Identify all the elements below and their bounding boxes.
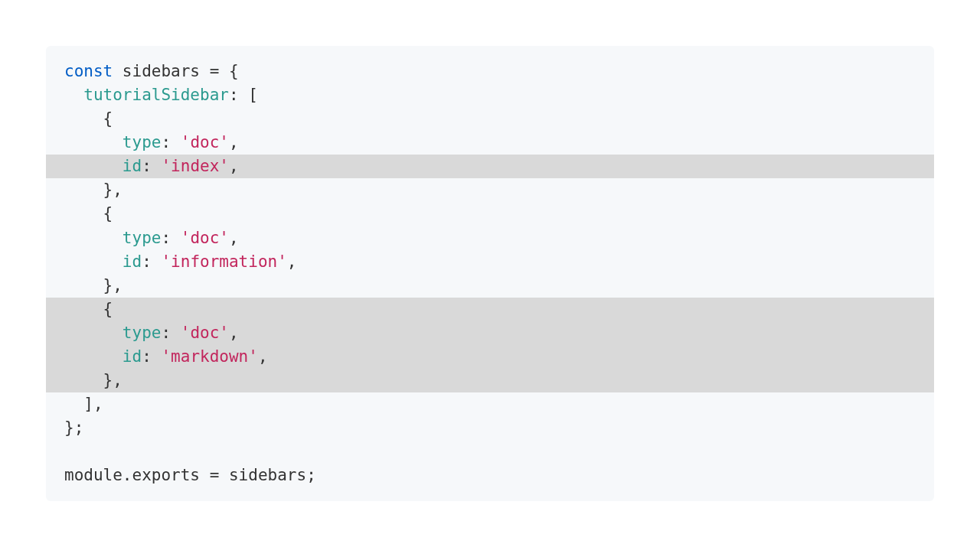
code-token: : <box>142 252 152 271</box>
code-token <box>64 347 122 366</box>
code-line <box>46 440 934 464</box>
code-token <box>64 324 122 342</box>
code-content: const sidebars = { tutorialSidebar: [ { … <box>46 46 934 501</box>
code-block: const sidebars = { tutorialSidebar: [ { … <box>46 46 934 501</box>
code-token: : <box>229 86 239 104</box>
code-line: }; <box>46 416 934 440</box>
code-token: : <box>161 229 171 247</box>
code-token: id <box>122 157 142 175</box>
code-line: module.exports = sidebars; <box>46 464 934 501</box>
code-token: { <box>103 109 113 128</box>
code-line: id: 'index', <box>46 155 934 178</box>
code-line: ], <box>46 392 934 416</box>
code-token: [ <box>248 86 258 104</box>
code-token <box>152 252 162 271</box>
code-token: id <box>122 347 142 366</box>
code-token <box>64 204 103 223</box>
code-line: { <box>46 107 934 131</box>
code-token: type <box>122 324 162 342</box>
code-line: type: 'doc', <box>46 131 934 155</box>
code-token: : <box>161 133 171 151</box>
code-token <box>64 276 103 295</box>
code-line: id: 'markdown', <box>46 345 934 369</box>
code-token: }, <box>103 181 122 199</box>
code-line: type: 'doc', <box>46 226 934 250</box>
code-token <box>64 395 83 413</box>
code-token: , <box>229 133 239 151</box>
code-token <box>64 109 103 128</box>
code-line: const sidebars = { <box>46 46 934 83</box>
code-token <box>239 86 249 104</box>
code-token <box>152 157 162 175</box>
code-token: : <box>142 347 152 366</box>
code-token <box>171 324 181 342</box>
code-token: type <box>122 229 162 247</box>
code-token: , <box>258 347 268 366</box>
code-line: id: 'information', <box>46 250 934 274</box>
code-token <box>64 300 103 318</box>
code-token: 'information' <box>161 252 286 271</box>
code-token: { <box>229 62 239 80</box>
code-token: 'doc' <box>181 133 229 151</box>
code-line: }, <box>46 178 934 202</box>
code-line: { <box>46 298 934 321</box>
code-token <box>64 371 103 389</box>
code-token: module <box>64 466 122 484</box>
code-token: }, <box>103 276 122 295</box>
code-token <box>152 347 162 366</box>
code-token: 'doc' <box>181 324 229 342</box>
code-token <box>64 133 122 151</box>
code-token: { <box>103 204 113 223</box>
code-token: ; <box>306 466 316 484</box>
code-token: sidebars <box>113 62 209 80</box>
code-token <box>171 133 181 151</box>
code-line: type: 'doc', <box>46 321 934 345</box>
code-token: , <box>229 324 239 342</box>
code-token: : <box>142 157 152 175</box>
code-token <box>171 229 181 247</box>
code-token: 'doc' <box>181 229 229 247</box>
code-token: ], <box>83 395 103 413</box>
code-token: }; <box>64 418 83 437</box>
code-token <box>219 62 229 80</box>
code-token: sidebars <box>219 466 306 484</box>
code-token: , <box>287 252 297 271</box>
code-line: }, <box>46 369 934 392</box>
code-token: exports <box>132 466 210 484</box>
code-token: = <box>210 62 220 80</box>
code-token: , <box>229 157 239 175</box>
code-line: { <box>46 202 934 226</box>
code-line: tutorialSidebar: [ <box>46 83 934 107</box>
code-token <box>64 86 83 104</box>
code-token: const <box>64 62 113 80</box>
code-token: type <box>122 133 162 151</box>
code-token: : <box>161 324 171 342</box>
code-token: }, <box>103 371 122 389</box>
code-token <box>64 157 122 175</box>
code-token <box>64 229 122 247</box>
code-line: }, <box>46 274 934 298</box>
code-token: id <box>122 252 142 271</box>
code-token <box>64 442 74 461</box>
code-token <box>64 181 103 199</box>
code-token: . <box>122 466 132 484</box>
code-token <box>64 252 122 271</box>
code-token: 'index' <box>161 157 229 175</box>
code-token: 'markdown' <box>161 347 257 366</box>
code-token: , <box>229 229 239 247</box>
code-token: tutorialSidebar <box>83 86 229 104</box>
code-token: = <box>210 466 220 484</box>
code-token: { <box>103 300 113 318</box>
